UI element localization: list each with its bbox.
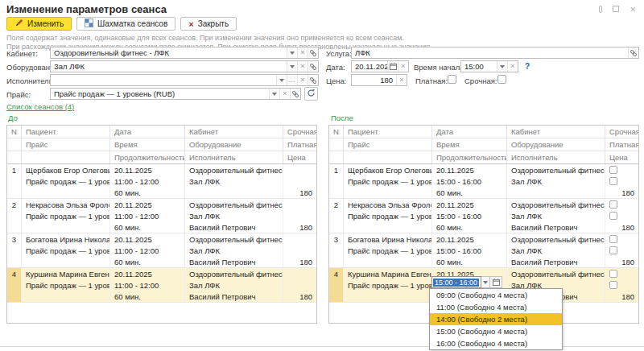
date-field[interactable]: 20.11.2025 ×	[351, 60, 409, 72]
paid-checkbox[interactable]	[609, 177, 617, 185]
page-title: Изменение параметров сеанса	[6, 3, 167, 15]
time-input[interactable]: 15:00 - 16:00	[431, 276, 481, 288]
triangle-down-icon[interactable]	[287, 47, 297, 58]
table-row[interactable]: 2 Некрасова Эльза ФроловнаПрайс продаж —…	[329, 199, 638, 233]
paid-checkbox[interactable]	[448, 75, 456, 84]
chain-link-icon[interactable]	[308, 47, 318, 58]
after-table-header: N Пациент Дата Кабинет Срочная Прайс Вре…	[329, 126, 638, 164]
price-type-field[interactable]: Прайс продаж — 1 уровень (RUB) ×	[50, 88, 301, 100]
dropdown-item[interactable]: 09:00 (Свободно 4 места)	[430, 289, 562, 301]
clear-x-icon[interactable]: ×	[507, 61, 518, 72]
clear-x-icon[interactable]: ×	[398, 61, 408, 72]
dropdown-item[interactable]: 16:00 (Свободно 4 места)	[430, 337, 562, 349]
pencil-icon	[14, 19, 23, 29]
urgent-checkbox[interactable]	[609, 166, 617, 174]
service-label: Услуга:	[326, 49, 352, 58]
paid-checkbox[interactable]	[609, 212, 617, 220]
urgent-checkbox[interactable]	[497, 75, 506, 84]
dropdown-item[interactable]: 15:00 (Свободно 4 места)	[430, 325, 562, 337]
dropdown-item[interactable]: 11:00 (Свободно 4 места)	[430, 301, 562, 313]
refresh-button[interactable]	[304, 87, 318, 101]
paid-label: Платная:	[415, 76, 448, 85]
close-button[interactable]: × Закрыть	[180, 17, 237, 31]
refresh-icon	[307, 89, 316, 99]
urgent-label: Срочная:	[464, 76, 497, 85]
calendar-icon[interactable]	[387, 61, 398, 72]
time-editor[interactable]: 15:00 - 16:00	[431, 276, 502, 288]
ellipsis-icon[interactable]: …	[287, 75, 297, 85]
window-close-icon[interactable]: ×	[630, 5, 636, 13]
urgent-checkbox[interactable]	[609, 270, 617, 278]
triangle-down-icon[interactable]	[497, 61, 507, 72]
before-group-title: До	[8, 114, 18, 122]
clear-x-icon[interactable]: ×	[396, 75, 407, 85]
time-dropdown: 09:00 (Свободно 4 места) 11:00 (Свободно…	[429, 288, 563, 350]
chain-link-icon[interactable]	[308, 75, 318, 85]
clear-x-icon[interactable]: ×	[297, 47, 308, 58]
chess-schedule-button[interactable]: Шахматка сеансов	[76, 17, 175, 31]
clear-x-icon[interactable]: ×	[279, 89, 290, 99]
cabinet-field[interactable]: Оздоровительный фитнес - ЛФК ×	[50, 47, 319, 59]
chain-link-icon[interactable]	[628, 47, 638, 58]
urgent-checkbox[interactable]	[609, 235, 617, 243]
triangle-down-icon[interactable]	[269, 89, 279, 99]
cost-label: Цена:	[326, 76, 346, 85]
dropdown-item-selected[interactable]: 14:00 (Свободно 2 места)	[430, 313, 562, 325]
close-x-icon: ×	[188, 20, 193, 28]
calendar-icon[interactable]	[490, 276, 502, 288]
table-row[interactable]: 1 Щербаков Егор ОлеговичПрайс продаж — 1…	[7, 164, 316, 199]
paid-checkbox[interactable]	[609, 281, 617, 289]
maximize-icon[interactable]	[613, 5, 619, 13]
pin-icon[interactable]	[599, 5, 602, 13]
paid-checkbox[interactable]	[609, 246, 617, 254]
start-time-field[interactable]: 15:00 ×	[460, 60, 518, 72]
triangle-down-icon[interactable]	[481, 276, 490, 288]
start-time-label: Время начала:	[414, 63, 466, 72]
clear-x-icon[interactable]: ×	[297, 61, 308, 72]
service-field[interactable]: ЛФК	[351, 47, 639, 59]
performer-label: Исполнитель:	[6, 76, 55, 85]
triangle-down-icon[interactable]	[287, 61, 297, 72]
session-list-link[interactable]: Список сеансов (4)	[6, 102, 74, 111]
equipment-field[interactable]: Зал ЛФК ×	[50, 60, 319, 72]
question-icon[interactable]: ?	[525, 62, 530, 71]
cabinet-label: Кабинет:	[6, 49, 38, 58]
table-row[interactable]: 1 Щербаков Егор ОлеговичПрайс продаж — 1…	[329, 164, 638, 199]
urgent-checkbox[interactable]	[609, 200, 617, 209]
chess-grid-icon	[85, 19, 93, 29]
chain-link-icon[interactable]	[290, 89, 300, 99]
session-parameters-window: Изменение параметров сеанса × Изменить Ш…	[0, 0, 644, 351]
edit-button[interactable]: Изменить	[6, 17, 72, 31]
notice-line-1: Поля содержат значения, одинаковые для в…	[6, 34, 432, 43]
table-row-selected[interactable]: 4 Куршина Марина ЕвгеньевнаПрайс продаж …	[7, 268, 316, 303]
performer-field[interactable]: … ×	[50, 74, 319, 86]
table-row[interactable]: 3 Богатова Ирина НиколаевнаПрайс продаж …	[7, 233, 316, 268]
clear-x-icon[interactable]: ×	[297, 75, 308, 85]
after-group-title: После	[331, 114, 353, 122]
table-row[interactable]: 3 Богатова Ирина НиколаевнаПрайс продаж …	[329, 233, 638, 268]
before-table-header: N Пациент Дата Кабинет Срочная Прайс Вре…	[7, 126, 316, 164]
price-type-label: Прайс:	[6, 90, 31, 99]
cost-field[interactable]: 180 ×	[351, 74, 407, 86]
window-controls: ×	[599, 5, 636, 13]
date-label: Дата:	[326, 63, 345, 72]
triangle-down-icon[interactable]	[276, 75, 287, 85]
chain-link-icon[interactable]	[308, 61, 318, 72]
before-table: N Пациент Дата Кабинет Срочная Прайс Вре…	[6, 125, 317, 324]
toolbar: Изменить Шахматка сеансов × Закрыть	[6, 17, 237, 31]
table-row[interactable]: 2 Некрасова Эльза ФроловнаПрайс продаж —…	[7, 199, 316, 233]
